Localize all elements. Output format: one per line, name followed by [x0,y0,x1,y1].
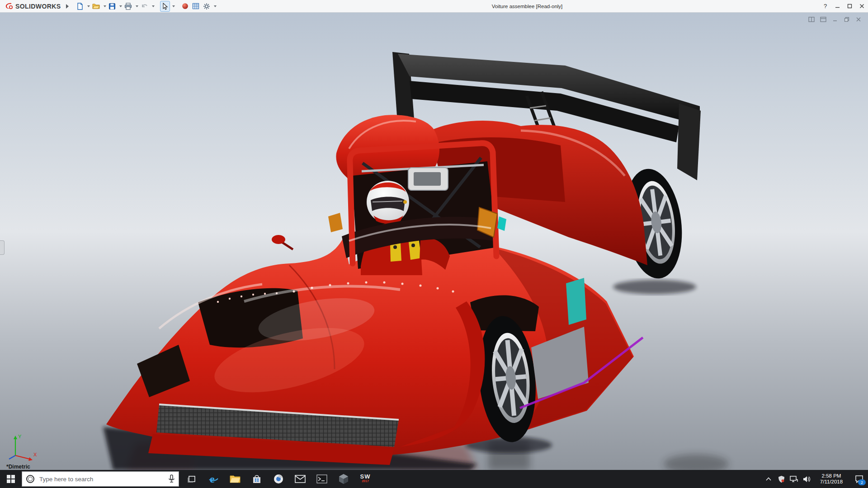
print-button[interactable] [123,1,133,11]
maximize-button[interactable] [844,0,856,12]
open-folder-icon [92,3,100,9]
undo-button[interactable] [139,1,150,11]
taskbar-item-solidworks[interactable]: SW 2017 [354,470,376,488]
close-icon [859,4,864,9]
taskbar: e [0,470,868,488]
appearance-button[interactable] [180,1,190,11]
open-button[interactable] [91,1,101,11]
tray-clock[interactable]: 2:58 PM 7/11/2018 [813,473,850,485]
taskbar-item-file-explorer[interactable] [224,470,246,488]
action-center-button[interactable]: 2 [850,470,868,488]
side-mirror[interactable] [272,235,293,249]
clock-date: 7/11/2018 [814,479,849,485]
taskbar-item-mail[interactable] [289,470,311,488]
ds-logo-icon [5,2,14,10]
titlebar: SOLIDWORKS [0,0,868,13]
print-icon [124,3,132,10]
triad-x-label: X [33,452,37,457]
help-button[interactable]: ? [819,0,831,12]
save-icon [108,3,116,10]
print-dropdown[interactable] [136,5,138,7]
cube-app-icon [339,474,349,484]
spreadsheet-icon [192,3,199,9]
doc-restore-icon[interactable] [843,16,851,23]
select-arrow-icon [162,3,168,10]
notification-badge: 2 [858,479,866,485]
orientation-triad[interactable]: Y X [6,433,39,463]
task-view-button[interactable] [181,470,203,488]
undo-icon [141,3,148,9]
windows-logo-icon [7,475,15,483]
document-window-controls [807,16,863,23]
tray-overflow-button[interactable] [762,470,775,488]
system-tray: 2:58 PM 7/11/2018 2 [762,470,868,488]
store-bag-icon [252,474,262,484]
side-window-teal [566,278,586,325]
feature-panel-collapse-handle[interactable] [0,240,5,255]
minimize-icon [835,4,840,9]
window-controls: ? [819,0,868,12]
graphics-viewport[interactable]: Y X *Dimetric [0,12,868,470]
tile-window-icon[interactable] [807,16,816,23]
doc-minimize-icon[interactable] [831,16,839,23]
open-dropdown[interactable] [104,5,106,7]
red-sphere-icon [182,3,189,9]
new-view-window-icon[interactable] [819,16,827,23]
solidworks-app-icon: SW [360,474,371,479]
options-dropdown[interactable] [214,5,217,7]
tray-security-icon[interactable] [775,470,788,488]
undo-dropdown[interactable] [152,5,155,7]
file-explorer-icon [230,474,241,483]
new-document-icon [76,3,84,10]
solidworks-logo: SOLIDWORKS [0,2,63,10]
new-document-button[interactable] [75,1,85,11]
taskbar-item-cad-cube[interactable] [333,470,354,488]
clock-time: 2:58 PM [814,473,849,479]
minimize-button[interactable] [831,0,844,12]
view-orientation-label: *Dimetric [6,464,30,470]
save-button[interactable] [107,1,117,11]
tray-network-icon[interactable] [788,470,800,488]
evaluate-sheet-button[interactable] [191,1,201,11]
start-button[interactable] [0,470,22,488]
triad-y-label: Y [18,434,22,439]
tray-volume-icon[interactable] [800,470,813,488]
cortana-icon [26,474,35,483]
window-title: Voiture assemblee [Read-only] [492,4,563,9]
options-button[interactable] [202,1,212,11]
main-toolbar [75,1,217,12]
solidworks-app-year: 2017 [362,479,369,483]
taskbar-search[interactable] [22,471,179,487]
select-tool-button[interactable] [160,1,170,12]
terminal-icon [316,474,327,483]
browser-icon [273,474,284,484]
car-model-3d-view[interactable] [0,12,868,470]
close-button[interactable] [856,0,868,12]
maximize-icon [847,4,852,9]
select-tool-dropdown[interactable] [172,5,175,7]
taskbar-item-terminal[interactable] [311,470,333,488]
edge-icon: e [210,473,215,485]
new-document-dropdown[interactable] [87,5,90,7]
mail-icon [295,475,306,483]
speaker-icon [803,476,811,483]
menu-flyout-arrow[interactable] [66,4,69,9]
taskbar-item-store[interactable] [246,470,268,488]
microphone-icon[interactable] [168,474,175,483]
task-view-icon [187,475,196,483]
doc-close-icon[interactable] [854,16,863,23]
taskbar-item-browser[interactable] [268,470,289,488]
gear-icon [203,3,210,10]
taskbar-item-edge[interactable]: e [203,470,224,488]
brand-name: SOLIDWORKS [15,3,61,10]
network-icon [790,476,798,483]
chevron-up-icon [766,477,771,481]
search-input[interactable] [38,475,165,483]
shield-icon [778,475,785,483]
save-dropdown[interactable] [119,5,122,7]
